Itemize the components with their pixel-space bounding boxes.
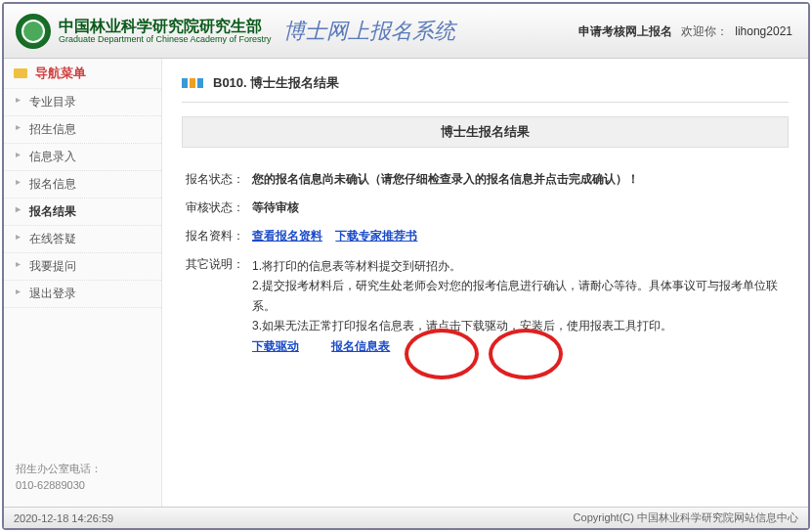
nav-title: 导航菜单	[35, 65, 86, 82]
nav-list: 专业目录 招生信息 信息录入 报名信息 报名结果 在线答疑 我要提问 退出登录	[4, 89, 161, 308]
divider	[182, 102, 789, 103]
nav-item-logout[interactable]: 退出登录	[4, 281, 161, 308]
nav-header: 导航菜单	[4, 59, 161, 89]
header-right: 申请考核网上报名 欢迎你： lihong2021	[578, 22, 792, 39]
note-3: 3.如果无法正常打印报名信息表，请点击下载驱动，安装后，使用报表工具打印。	[252, 316, 785, 335]
nav-item-result[interactable]: 报名结果	[4, 199, 161, 226]
nav-item-input[interactable]: 信息录入	[4, 144, 161, 171]
status-label: 报名状态：	[182, 165, 248, 194]
section-title: 博士生报名结果	[182, 116, 789, 148]
download-recommend-link[interactable]: 下载专家推荐书	[335, 229, 417, 243]
org-name-cn: 中国林业科学研究院研究生部	[59, 18, 272, 35]
notes-label: 其它说明：	[182, 250, 248, 362]
material-label: 报名资料：	[182, 222, 248, 250]
header: 中国林业科学研究院研究生部 Graduate Department of Chi…	[4, 4, 808, 59]
row-notes: 其它说明： 1.将打印的信息表等材料提交到研招办。 2.提交报考材料后，研究生处…	[182, 250, 789, 362]
apply-label[interactable]: 申请考核网上报名	[578, 23, 672, 37]
header-titles: 中国林业科学研究院研究生部 Graduate Department of Chi…	[59, 18, 272, 44]
nav-item-admission[interactable]: 招生信息	[4, 116, 161, 144]
notes-content: 1.将打印的信息表等材料提交到研招办。 2.提交报考材料后，研究生处老师会对您的…	[248, 250, 789, 362]
view-material-link[interactable]: 查看报名资料	[252, 229, 322, 243]
breadcrumb-icon	[182, 78, 205, 88]
note-2: 2.提交报考材料后，研究生处老师会对您的报考信息进行确认，请耐心等待。具体事议可…	[252, 276, 785, 316]
footer: 2020-12-18 14:26:59 Copyright(C) 中国林业科学研…	[4, 507, 808, 528]
status-value: 您的报名信息尚未确认（请您仔细检查录入的报名信息并点击完成确认）！	[248, 165, 789, 194]
office-label: 招生办公室电话：	[16, 461, 150, 478]
org-name-en: Graduate Department of Chinese Academy o…	[59, 35, 272, 44]
review-label: 审核状态：	[182, 194, 248, 222]
row-material: 报名资料： 查看报名资料 下载专家推荐书	[182, 222, 789, 250]
welcome-label: 欢迎你：	[681, 23, 728, 37]
review-value: 等待审核	[248, 194, 789, 222]
nav-item-catalog[interactable]: 专业目录	[4, 89, 161, 116]
footer-timestamp: 2020-12-18 14:26:59	[14, 512, 113, 524]
result-table: 报名状态： 您的报名信息尚未确认（请您仔细检查录入的报名信息并点击完成确认）！ …	[182, 165, 789, 362]
footer-copyright: Copyright(C) 中国林业科学研究院网站信息中心	[574, 510, 798, 525]
system-name: 博士网上报名系统	[283, 17, 455, 46]
note-1: 1.将打印的信息表等材料提交到研招办。	[252, 256, 785, 276]
breadcrumb-text: B010. 博士生报名结果	[213, 74, 339, 92]
main-content: B010. 博士生报名结果 博士生报名结果 报名状态： 您的报名信息尚未确认（请…	[162, 59, 808, 507]
info-form-link[interactable]: 报名信息表	[331, 339, 390, 353]
sidebar-contact: 招生办公室电话： 010-62889030	[4, 449, 161, 507]
breadcrumb: B010. 博士生报名结果	[182, 74, 789, 92]
username: lihong2021	[735, 23, 792, 37]
office-phone: 010-62889030	[16, 477, 150, 495]
logo-icon	[16, 14, 51, 49]
row-review: 审核状态： 等待审核	[182, 194, 789, 222]
nav-item-ask[interactable]: 我要提问	[4, 253, 161, 281]
row-status: 报名状态： 您的报名信息尚未确认（请您仔细检查录入的报名信息并点击完成确认）！	[182, 165, 789, 194]
nav-item-info[interactable]: 报名信息	[4, 171, 161, 199]
sidebar: 导航菜单 专业目录 招生信息 信息录入 报名信息 报名结果 在线答疑 我要提问 …	[4, 59, 162, 507]
download-driver-link[interactable]: 下载驱动	[252, 339, 299, 353]
nav-folder-icon	[14, 66, 29, 80]
nav-item-qa[interactable]: 在线答疑	[4, 226, 161, 253]
